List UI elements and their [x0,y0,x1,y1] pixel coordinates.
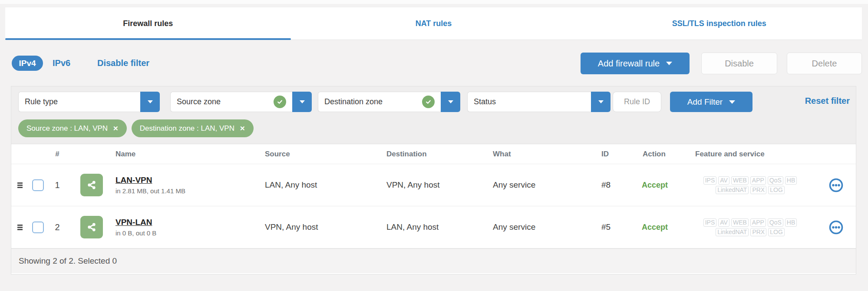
status-dropdown-button[interactable] [591,92,611,112]
drag-handle-icon[interactable] [17,182,23,188]
row-checkbox[interactable] [32,179,44,191]
status-label: Status [474,97,496,106]
add-filter-label: Add Filter [687,97,723,107]
rule-type-dropdown[interactable]: Rule type [18,92,160,112]
rule-type-label: Rule type [25,97,58,106]
col-source: Source [259,150,380,159]
firewall-rules-panel: Rule type Source zone Destination zone [11,86,856,274]
col-feature-service: Feature and service [684,150,816,159]
badge-log: LOG [768,228,785,236]
col-name: Name [116,150,259,159]
chip-label: Destination zone : LAN, VPN [140,124,234,133]
rule-type-field: Rule type [18,92,140,112]
row-checkbox[interactable] [32,222,44,233]
delete-button[interactable]: Delete [787,53,862,74]
badge-log: LOG [768,186,785,194]
badge-app: APP [750,176,766,185]
active-filter-chips: Source zone : LAN, VPN ✕ Destination zon… [18,119,254,137]
badge-linkednat: LinkedNAT [716,228,749,236]
badge-app: APP [750,218,766,227]
add-firewall-rule-button[interactable]: Add firewall rule [581,53,690,74]
badge-ips: IPS [703,176,717,185]
rule-share-icon [80,174,103,196]
destination-zone-dropdown-button[interactable] [441,92,460,112]
table-row: 1 LAN-VPN in 2.81 MB, out 1.41 MB LAN, A… [11,164,856,206]
tab-nat-rules[interactable]: NAT rules [291,7,577,40]
table-row: 2 VPN-LAN in 0 B, out 0 B VPN, Any host … [11,206,856,248]
rule-source: LAN, Any host [259,180,380,190]
rule-destination: LAN, Any host [380,222,487,232]
badge-qos: QoS [768,218,783,227]
col-id: ID [595,150,637,159]
rule-destination: VPN, Any host [380,180,487,190]
status-field: Status [467,92,591,112]
rule-name-link[interactable]: VPN-LAN [116,218,152,227]
row-menu-ellipsis-icon[interactable] [828,219,844,235]
col-destination: Destination [380,150,487,159]
feature-badges: IPS AV WEB APP QoS HB LinkedNAT PRX LOG [684,218,816,236]
source-zone-field: Source zone [170,92,292,112]
chevron-down-icon [666,62,672,65]
table-footer: Showing 2 of 2. Selected 0 [11,248,856,273]
rule-what: Any service [487,222,595,232]
check-circle-icon [422,96,435,108]
tab-label: Firewall rules [123,19,173,28]
source-zone-dropdown-button[interactable] [292,92,312,112]
tab-label: SSL/TLS inspection rules [672,19,766,28]
chevron-down-icon [148,100,153,103]
tab-ssl-tls-inspection-rules[interactable]: SSL/TLS inspection rules [576,7,862,40]
remove-filter-icon[interactable]: ✕ [113,125,119,132]
badge-prx: PRX [750,186,766,194]
disable-filter-link[interactable]: Disable filter [97,58,149,68]
feature-badges: IPS AV WEB APP QoS HB LinkedNAT PRX LOG [684,176,816,194]
chevron-down-icon [598,100,604,103]
destination-zone-field: Destination zone [318,92,441,112]
reset-filter-link[interactable]: Reset filter [805,96,850,106]
badge-linkednat: LinkedNAT [716,186,749,194]
rule-traffic: in 2.81 MB, out 1.41 MB [116,187,259,195]
row-number: 2 [47,222,68,232]
tab-label: NAT rules [416,19,452,28]
rule-action: Accept [637,223,684,232]
chip-label: Source zone : LAN, VPN [26,124,108,133]
remove-filter-icon[interactable]: ✕ [240,125,245,132]
badge-ips: IPS [703,218,717,227]
filter-chip-destination-zone: Destination zone : LAN, VPN ✕ [132,119,254,137]
badge-av: AV [718,176,729,185]
rule-type-dropdown-button[interactable] [140,92,160,112]
badge-prx: PRX [750,228,766,236]
ipv6-toggle[interactable]: IPv6 [53,58,70,68]
rule-traffic: in 0 B, out 0 B [116,229,259,237]
chevron-down-icon [448,100,453,103]
rule-id-input[interactable] [613,92,661,112]
chevron-down-icon [729,100,735,104]
source-zone-label: Source zone [177,97,221,106]
chevron-down-icon [300,100,305,103]
rule-id: #8 [595,180,637,190]
row-number: 1 [47,180,68,190]
top-strip [0,0,868,4]
rule-name-link[interactable]: LAN-VPN [116,175,152,185]
badge-web: WEB [731,176,749,185]
source-zone-dropdown[interactable]: Source zone [170,92,312,112]
filter-bar: Rule type Source zone Destination zone [11,86,856,144]
check-circle-icon [274,96,286,108]
col-action: Action [637,150,684,159]
ipv4-toggle[interactable]: IPv4 [12,56,43,71]
badge-av: AV [718,218,729,227]
disable-button[interactable]: Disable [701,53,777,74]
tab-firewall-rules[interactable]: Firewall rules [5,7,291,40]
destination-zone-dropdown[interactable]: Destination zone [318,92,460,112]
drag-handle-icon[interactable] [17,225,23,230]
rule-action: Accept [637,181,684,190]
add-filter-button[interactable]: Add Filter [670,92,752,112]
row-count-status: Showing 2 of 2. Selected 0 [19,256,117,266]
badge-hb: HB [785,176,797,185]
rule-id: #5 [595,222,637,232]
table-header: # Name Source Destination What ID Action… [11,144,856,164]
badge-qos: QoS [768,176,783,185]
status-dropdown[interactable]: Status [467,92,611,112]
filter-chip-source-zone: Source zone : LAN, VPN ✕ [18,119,127,137]
row-menu-ellipsis-icon[interactable] [828,177,844,193]
destination-zone-label: Destination zone [324,97,383,106]
